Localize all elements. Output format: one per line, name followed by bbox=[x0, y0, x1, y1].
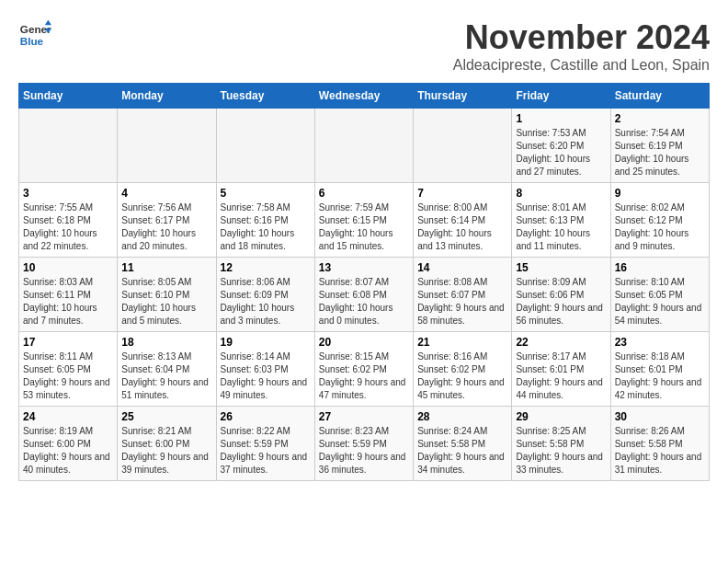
day-number: 20 bbox=[319, 336, 409, 349]
day-number: 2 bbox=[615, 112, 705, 125]
column-header-monday: Monday bbox=[118, 84, 216, 109]
svg-text:Blue: Blue bbox=[20, 35, 44, 47]
calendar-cell: 5Sunrise: 7:58 AM Sunset: 6:16 PM Daylig… bbox=[216, 183, 314, 258]
day-info: Sunrise: 7:55 AM Sunset: 6:18 PM Dayligh… bbox=[23, 201, 113, 253]
day-info: Sunrise: 8:16 AM Sunset: 6:02 PM Dayligh… bbox=[417, 350, 507, 402]
day-info: Sunrise: 8:08 AM Sunset: 6:07 PM Dayligh… bbox=[417, 276, 507, 327]
page-header: General Blue November 2024 Aldeacipreste… bbox=[18, 18, 710, 74]
day-info: Sunrise: 8:26 AM Sunset: 5:58 PM Dayligh… bbox=[615, 425, 705, 477]
calendar-cell: 26Sunrise: 8:22 AM Sunset: 5:59 PM Dayli… bbox=[216, 407, 314, 481]
day-info: Sunrise: 8:23 AM Sunset: 5:59 PM Dayligh… bbox=[319, 425, 409, 477]
column-header-thursday: Thursday bbox=[414, 84, 512, 109]
calendar-cell: 8Sunrise: 8:01 AM Sunset: 6:13 PM Daylig… bbox=[512, 183, 610, 258]
day-number: 27 bbox=[319, 410, 409, 423]
title-section: November 2024 Aldeacipreste, Castille an… bbox=[453, 18, 710, 74]
day-info: Sunrise: 8:24 AM Sunset: 5:58 PM Dayligh… bbox=[417, 425, 507, 477]
day-number: 16 bbox=[615, 261, 705, 274]
day-number: 1 bbox=[516, 112, 606, 125]
calendar-cell: 24Sunrise: 8:19 AM Sunset: 6:00 PM Dayli… bbox=[19, 407, 118, 481]
calendar-cell: 2Sunrise: 7:54 AM Sunset: 6:19 PM Daylig… bbox=[610, 109, 709, 183]
column-header-tuesday: Tuesday bbox=[216, 84, 314, 109]
calendar-cell: 3Sunrise: 7:55 AM Sunset: 6:18 PM Daylig… bbox=[19, 183, 118, 258]
day-number: 6 bbox=[319, 187, 409, 200]
day-number: 21 bbox=[417, 336, 507, 349]
calendar-cell: 23Sunrise: 8:18 AM Sunset: 6:01 PM Dayli… bbox=[610, 332, 709, 407]
calendar-cell: 14Sunrise: 8:08 AM Sunset: 6:07 PM Dayli… bbox=[414, 258, 512, 332]
day-number: 26 bbox=[221, 410, 311, 423]
day-number: 22 bbox=[516, 336, 606, 349]
calendar-cell: 20Sunrise: 8:15 AM Sunset: 6:02 PM Dayli… bbox=[314, 332, 413, 407]
calendar-cell: 22Sunrise: 8:17 AM Sunset: 6:01 PM Dayli… bbox=[512, 332, 610, 407]
logo-icon: General Blue bbox=[18, 18, 51, 52]
day-number: 19 bbox=[221, 336, 311, 349]
day-info: Sunrise: 8:18 AM Sunset: 6:01 PM Dayligh… bbox=[615, 350, 705, 402]
day-info: Sunrise: 7:56 AM Sunset: 6:17 PM Dayligh… bbox=[121, 201, 211, 253]
column-header-friday: Friday bbox=[512, 84, 610, 109]
calendar-cell: 16Sunrise: 8:10 AM Sunset: 6:05 PM Dayli… bbox=[610, 258, 709, 332]
logo: General Blue bbox=[18, 18, 51, 52]
calendar-cell: 4Sunrise: 7:56 AM Sunset: 6:17 PM Daylig… bbox=[118, 183, 216, 258]
day-info: Sunrise: 7:58 AM Sunset: 6:16 PM Dayligh… bbox=[221, 201, 311, 253]
day-info: Sunrise: 8:07 AM Sunset: 6:08 PM Dayligh… bbox=[319, 276, 409, 327]
calendar-week-row: 3Sunrise: 7:55 AM Sunset: 6:18 PM Daylig… bbox=[19, 183, 710, 258]
calendar-cell: 6Sunrise: 7:59 AM Sunset: 6:15 PM Daylig… bbox=[314, 183, 413, 258]
calendar-cell: 28Sunrise: 8:24 AM Sunset: 5:58 PM Dayli… bbox=[414, 407, 512, 481]
calendar-cell: 10Sunrise: 8:03 AM Sunset: 6:11 PM Dayli… bbox=[19, 258, 118, 332]
day-info: Sunrise: 8:22 AM Sunset: 5:59 PM Dayligh… bbox=[221, 425, 311, 477]
day-info: Sunrise: 8:09 AM Sunset: 6:06 PM Dayligh… bbox=[516, 276, 606, 327]
column-header-sunday: Sunday bbox=[19, 84, 118, 109]
location-title: Aldeacipreste, Castille and Leon, Spain bbox=[453, 57, 710, 74]
day-number: 17 bbox=[23, 336, 113, 349]
day-info: Sunrise: 7:53 AM Sunset: 6:20 PM Dayligh… bbox=[516, 127, 606, 178]
day-number: 4 bbox=[121, 187, 211, 200]
calendar-cell: 21Sunrise: 8:16 AM Sunset: 6:02 PM Dayli… bbox=[414, 332, 512, 407]
day-info: Sunrise: 7:54 AM Sunset: 6:19 PM Dayligh… bbox=[615, 127, 705, 178]
calendar-week-row: 24Sunrise: 8:19 AM Sunset: 6:00 PM Dayli… bbox=[19, 407, 710, 481]
calendar-cell bbox=[216, 109, 314, 183]
calendar-cell bbox=[314, 109, 413, 183]
calendar-week-row: 10Sunrise: 8:03 AM Sunset: 6:11 PM Dayli… bbox=[19, 258, 710, 332]
day-info: Sunrise: 8:01 AM Sunset: 6:13 PM Dayligh… bbox=[516, 201, 606, 253]
calendar-cell: 27Sunrise: 8:23 AM Sunset: 5:59 PM Dayli… bbox=[314, 407, 413, 481]
calendar-week-row: 17Sunrise: 8:11 AM Sunset: 6:05 PM Dayli… bbox=[19, 332, 710, 407]
calendar-cell: 29Sunrise: 8:25 AM Sunset: 5:58 PM Dayli… bbox=[512, 407, 610, 481]
calendar-cell: 7Sunrise: 8:00 AM Sunset: 6:14 PM Daylig… bbox=[414, 183, 512, 258]
day-number: 24 bbox=[23, 410, 113, 423]
day-number: 28 bbox=[417, 410, 507, 423]
day-number: 9 bbox=[615, 187, 705, 200]
calendar-cell: 30Sunrise: 8:26 AM Sunset: 5:58 PM Dayli… bbox=[610, 407, 709, 481]
day-number: 10 bbox=[23, 261, 113, 274]
day-info: Sunrise: 7:59 AM Sunset: 6:15 PM Dayligh… bbox=[319, 201, 409, 253]
column-header-wednesday: Wednesday bbox=[314, 84, 413, 109]
calendar-cell: 18Sunrise: 8:13 AM Sunset: 6:04 PM Dayli… bbox=[118, 332, 216, 407]
day-info: Sunrise: 8:06 AM Sunset: 6:09 PM Dayligh… bbox=[221, 276, 311, 327]
day-number: 12 bbox=[221, 261, 311, 274]
day-info: Sunrise: 8:25 AM Sunset: 5:58 PM Dayligh… bbox=[516, 425, 606, 477]
calendar-cell: 12Sunrise: 8:06 AM Sunset: 6:09 PM Dayli… bbox=[216, 258, 314, 332]
day-number: 3 bbox=[23, 187, 113, 200]
day-number: 14 bbox=[417, 261, 507, 274]
day-number: 25 bbox=[121, 410, 211, 423]
calendar-cell: 13Sunrise: 8:07 AM Sunset: 6:08 PM Dayli… bbox=[314, 258, 413, 332]
column-header-saturday: Saturday bbox=[610, 84, 709, 109]
month-title: November 2024 bbox=[453, 18, 710, 57]
day-info: Sunrise: 8:10 AM Sunset: 6:05 PM Dayligh… bbox=[615, 276, 705, 327]
calendar-cell: 1Sunrise: 7:53 AM Sunset: 6:20 PM Daylig… bbox=[512, 109, 610, 183]
day-info: Sunrise: 8:13 AM Sunset: 6:04 PM Dayligh… bbox=[121, 350, 211, 402]
calendar-cell bbox=[118, 109, 216, 183]
day-number: 7 bbox=[417, 187, 507, 200]
calendar-cell bbox=[19, 109, 118, 183]
day-number: 23 bbox=[615, 336, 705, 349]
calendar-cell: 25Sunrise: 8:21 AM Sunset: 6:00 PM Dayli… bbox=[118, 407, 216, 481]
calendar-cell: 15Sunrise: 8:09 AM Sunset: 6:06 PM Dayli… bbox=[512, 258, 610, 332]
calendar-cell: 19Sunrise: 8:14 AM Sunset: 6:03 PM Dayli… bbox=[216, 332, 314, 407]
day-info: Sunrise: 8:03 AM Sunset: 6:11 PM Dayligh… bbox=[23, 276, 113, 327]
day-number: 29 bbox=[516, 410, 606, 423]
day-number: 11 bbox=[121, 261, 211, 274]
day-info: Sunrise: 8:17 AM Sunset: 6:01 PM Dayligh… bbox=[516, 350, 606, 402]
day-info: Sunrise: 8:21 AM Sunset: 6:00 PM Dayligh… bbox=[121, 425, 211, 477]
day-info: Sunrise: 8:14 AM Sunset: 6:03 PM Dayligh… bbox=[221, 350, 311, 402]
calendar-table: SundayMondayTuesdayWednesdayThursdayFrid… bbox=[18, 83, 710, 481]
day-info: Sunrise: 8:02 AM Sunset: 6:12 PM Dayligh… bbox=[615, 201, 705, 253]
day-number: 18 bbox=[121, 336, 211, 349]
